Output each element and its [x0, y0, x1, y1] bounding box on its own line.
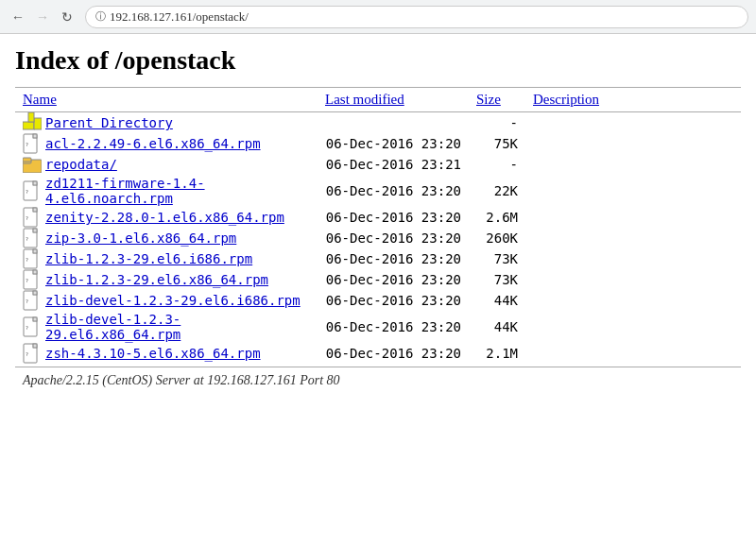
col-header-desc: Description — [525, 88, 741, 112]
page-content: Index of /openstack Name Last modified S… — [0, 34, 756, 408]
file-date-cell: 06-Dec-2016 23:20 — [318, 248, 469, 269]
svg-rect-24 — [33, 249, 37, 253]
file-date-cell: 06-Dec-2016 23:21 — [318, 154, 469, 175]
url-text: 192.168.127.161/openstack/ — [110, 9, 249, 25]
file-name-cell: ? zlib-1.2.3-29.el6.i686.rpm — [15, 248, 318, 269]
name-sort-link[interactable]: Name — [23, 92, 57, 107]
file-desc-cell — [525, 228, 741, 248]
address-bar[interactable]: ⓘ 192.168.127.161/openstack/ — [85, 6, 748, 28]
col-header-name: Name — [15, 88, 318, 112]
table-row: ? zd1211-firmware-1.4-4.el6.noarch.rpm06… — [15, 175, 741, 207]
file-desc-cell — [525, 343, 741, 367]
back-button[interactable]: ← — [8, 7, 28, 27]
svg-text:?: ? — [26, 278, 28, 283]
file-size-cell: 260K — [469, 228, 525, 248]
file-desc-cell — [525, 311, 741, 343]
table-row: Parent Directory- — [15, 112, 741, 134]
svg-rect-32 — [33, 291, 37, 295]
svg-rect-2 — [28, 112, 34, 122]
reload-button[interactable]: ↻ — [57, 7, 77, 27]
file-link[interactable]: zlib-devel-1.2.3-29.el6.x86_64.rpm — [45, 312, 310, 342]
file-date-cell: 06-Dec-2016 23:20 — [318, 175, 469, 207]
file-size-cell: 2.1M — [469, 343, 525, 367]
file-link[interactable]: acl-2.2.49-6.el6.x86_64.rpm — [45, 136, 261, 151]
col-header-date: Last modified — [318, 88, 469, 112]
svg-text:?: ? — [26, 351, 28, 357]
file-link[interactable]: zlib-1.2.3-29.el6.i686.rpm — [45, 251, 252, 266]
server-info: Apache/2.2.15 (CentOS) Server at 192.168… — [15, 367, 741, 390]
file-name-cell: ? acl-2.2.49-6.el6.x86_64.rpm — [15, 133, 318, 154]
file-date-cell: 06-Dec-2016 23:20 — [318, 290, 469, 311]
file-size-cell: 73K — [469, 248, 525, 269]
browser-chrome: ← → ↻ ⓘ 192.168.127.161/openstack/ — [0, 0, 756, 34]
svg-rect-36 — [33, 317, 37, 321]
file-date-cell: 06-Dec-2016 23:20 — [318, 228, 469, 248]
file-link[interactable]: zlib-devel-1.2.3-29.el6.i686.rpm — [45, 293, 301, 308]
rpm-file-icon: ? — [23, 344, 42, 363]
rpm-file-icon: ? — [23, 270, 42, 289]
folder-icon — [23, 155, 42, 174]
file-name-cell: repodata/ — [15, 154, 318, 175]
svg-rect-20 — [33, 229, 37, 232]
file-desc-cell — [525, 175, 741, 207]
table-row: ? zlib-devel-1.2.3-29.el6.x86_64.rpm06-D… — [15, 311, 741, 343]
file-link[interactable]: zip-3.0-1.el6.x86_64.rpm — [45, 230, 236, 246]
file-size-cell: 75K — [469, 133, 525, 154]
table-row: ? zip-3.0-1.el6.x86_64.rpm06-Dec-2016 23… — [15, 228, 741, 248]
table-row: ? zlib-devel-1.2.3-29.el6.i686.rpm06-Dec… — [15, 290, 741, 311]
svg-text:?: ? — [26, 236, 28, 242]
file-size-cell: 44K — [469, 311, 525, 343]
file-date-cell: 06-Dec-2016 23:20 — [318, 269, 469, 290]
svg-text:?: ? — [26, 299, 28, 304]
rpm-file-icon: ? — [23, 249, 42, 268]
file-size-cell: 2.6M — [469, 207, 525, 228]
file-name-cell: ? zlib-devel-1.2.3-29.el6.i686.rpm — [15, 290, 318, 311]
file-date-cell: 06-Dec-2016 23:20 — [318, 133, 469, 154]
svg-rect-5 — [33, 134, 37, 138]
svg-marker-1 — [34, 118, 42, 129]
file-name-cell: ? zip-3.0-1.el6.x86_64.rpm — [15, 228, 318, 248]
file-link[interactable]: repodata/ — [45, 157, 117, 172]
table-row: ? zlib-1.2.3-29.el6.i686.rpm06-Dec-2016 … — [15, 248, 741, 269]
file-date-cell: 06-Dec-2016 23:20 — [318, 343, 469, 367]
svg-text:?: ? — [26, 142, 28, 147]
file-size-cell: 22K — [469, 175, 525, 207]
file-table-body: Parent Directory- ? acl-2.2.49-6.el6.x86… — [15, 112, 741, 367]
desc-sort-link[interactable]: Description — [533, 92, 599, 107]
file-date-cell: 06-Dec-2016 23:20 — [318, 207, 469, 228]
file-desc-cell — [525, 154, 741, 175]
file-link[interactable]: zd1211-firmware-1.4-4.el6.noarch.rpm — [45, 176, 310, 206]
lock-icon: ⓘ — [95, 9, 106, 24]
file-name-cell: ? zsh-4.3.10-5.el6.x86_64.rpm — [15, 343, 318, 367]
col-header-size: Size — [469, 88, 525, 112]
rpm-file-icon: ? — [23, 134, 42, 153]
date-sort-link[interactable]: Last modified — [325, 92, 404, 107]
svg-text:?: ? — [26, 215, 28, 221]
forward-button[interactable]: → — [32, 7, 53, 27]
svg-text:?: ? — [26, 189, 28, 195]
file-link[interactable]: zsh-4.3.10-5.el6.x86_64.rpm — [45, 346, 261, 361]
svg-rect-0 — [23, 122, 34, 129]
table-row: ? zsh-4.3.10-5.el6.x86_64.rpm06-Dec-2016… — [15, 343, 741, 367]
file-size-cell: - — [469, 154, 525, 175]
file-date-cell: 06-Dec-2016 23:20 — [318, 311, 469, 343]
table-row: ? zlib-1.2.3-29.el6.x86_64.rpm06-Dec-201… — [15, 269, 741, 290]
file-link[interactable]: zlib-1.2.3-29.el6.x86_64.rpm — [45, 272, 268, 287]
size-sort-link[interactable]: Size — [476, 92, 501, 107]
table-row: ? zenity-2.28.0-1.el6.x86_64.rpm06-Dec-2… — [15, 207, 741, 228]
file-name-cell: ? zlib-1.2.3-29.el6.x86_64.rpm — [15, 269, 318, 290]
rpm-file-icon: ? — [23, 317, 42, 336]
rpm-file-icon: ? — [23, 291, 42, 310]
rpm-file-icon: ? — [23, 208, 42, 227]
svg-text:?: ? — [26, 325, 28, 331]
file-desc-cell — [525, 112, 741, 134]
file-size-cell: 44K — [469, 290, 525, 311]
nav-buttons: ← → ↻ — [8, 7, 77, 27]
file-table: Name Last modified Size Description Pare… — [15, 87, 741, 389]
table-row: repodata/06-Dec-2016 23:21- — [15, 154, 741, 175]
file-desc-cell — [525, 133, 741, 154]
file-size-cell: 73K — [469, 269, 525, 290]
file-size-cell: - — [469, 112, 525, 134]
file-link[interactable]: Parent Directory — [45, 115, 173, 130]
file-link[interactable]: zenity-2.28.0-1.el6.x86_64.rpm — [45, 210, 284, 225]
